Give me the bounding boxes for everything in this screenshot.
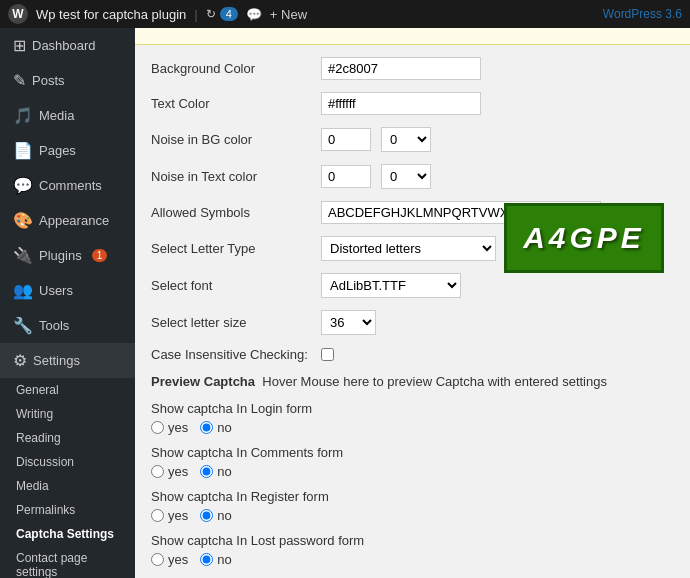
wp-logo-text: W [12,7,23,21]
update-counter[interactable]: ↻ 4 [206,7,238,21]
bg-color-label: Background Color [151,61,311,76]
dashboard-icon: ⊞ [13,36,26,55]
sidebar-item-users[interactable]: 👥 Users [0,273,135,308]
sidebar-item-posts[interactable]: ✎ Posts [0,63,135,98]
wp-logo[interactable]: W [8,4,28,24]
comments-yes-label[interactable]: yes [151,464,188,479]
register-no-radio[interactable] [200,509,213,522]
wp-version: WordPress 3.6 [603,7,682,21]
sidebar-item-dashboard[interactable]: ⊞ Dashboard [0,28,135,63]
lost-password-captcha-section: Show captcha In Lost password form yes n… [151,533,674,567]
noise-text-label: Noise in Text color [151,169,311,184]
noise-text-input[interactable] [321,165,371,188]
users-icon: 👥 [13,281,33,300]
posts-icon: ✎ [13,71,26,90]
sidebar-label-plugins: Plugins [39,248,82,263]
sidebar-item-pages[interactable]: 📄 Pages [0,133,135,168]
sidebar-sub-contact[interactable]: Contact page settings [0,546,135,578]
update-icon: ↻ [206,7,216,21]
register-radio-group: yes no [151,508,674,523]
noise-bg-select[interactable]: 012 [381,127,431,152]
case-label: Case Insensitive Checking: [151,347,311,362]
sidebar-label-settings: Settings [33,353,80,368]
case-checkbox[interactable] [321,348,334,361]
captcha-preview-box: A4GPE [504,203,664,273]
comments-radio-group: yes no [151,464,674,479]
allowed-symbols-label: Allowed Symbols [151,205,311,220]
preview-label: Preview Captcha Hover Mouse here to prev… [151,374,607,389]
noise-bg-input[interactable] [321,128,371,151]
content-body: Background Color Text Color Noise in BG … [135,45,690,578]
sidebar-sub-discussion[interactable]: Discussion [0,450,135,474]
sidebar-label-pages: Pages [39,143,76,158]
comments-no-label[interactable]: no [200,464,231,479]
lost-password-no-radio[interactable] [200,553,213,566]
sidebar-label-comments: Comments [39,178,102,193]
text-color-input[interactable] [321,92,481,115]
sidebar-sub-contact-label: Contact page settings [16,551,87,578]
lost-password-radio-group: yes no [151,552,674,567]
sidebar-sub-general[interactable]: General [0,378,135,402]
main-content: Background Color Text Color Noise in BG … [135,28,690,578]
letter-type-select[interactable]: Normal letters Distorted letters Wave le… [321,236,496,261]
sidebar-item-media[interactable]: 🎵 Media [0,98,135,133]
bg-color-input[interactable] [321,57,481,80]
sidebar-label-users: Users [39,283,73,298]
lost-password-yes-label[interactable]: yes [151,552,188,567]
sidebar-sub-media[interactable]: Media [0,474,135,498]
sidebar-item-comments[interactable]: 💬 Comments [0,168,135,203]
sidebar-label-posts: Posts [32,73,65,88]
login-yes-radio[interactable] [151,421,164,434]
size-select[interactable]: 242832 3640 [321,310,376,335]
comments-captcha-label: Show captcha In Comments form [151,445,674,460]
sidebar-label-appearance: Appearance [39,213,109,228]
register-yes-radio[interactable] [151,509,164,522]
login-no-radio[interactable] [200,421,213,434]
font-row: Select font AdLibBT.TTF Arial.TTF A4GPE [151,273,674,298]
bg-color-row: Background Color [151,57,674,80]
noise-text-row: Noise in Text color 012 [151,164,674,189]
sidebar-sub-permalinks[interactable]: Permalinks [0,498,135,522]
sidebar-sub-writing[interactable]: Writing [0,402,135,426]
lost-password-no-label[interactable]: no [200,552,231,567]
login-radio-group: yes no [151,420,674,435]
size-row: Select letter size 242832 3640 [151,310,674,335]
font-select[interactable]: AdLibBT.TTF Arial.TTF [321,273,461,298]
sidebar-label-tools: Tools [39,318,69,333]
pages-icon: 📄 [13,141,33,160]
plugins-badge: 1 [92,249,108,262]
sidebar-sub-reading[interactable]: Reading [0,426,135,450]
register-captcha-label: Show captcha In Register form [151,489,674,504]
captcha-preview-text: A4GPE [523,221,645,255]
text-color-row: Text Color [151,92,674,115]
login-captcha-label: Show captcha In Login form [151,401,674,416]
text-color-label: Text Color [151,96,311,111]
size-label: Select letter size [151,315,311,330]
comment-icon[interactable]: 💬 [246,7,262,22]
register-no-label[interactable]: no [200,508,231,523]
comments-no-radio[interactable] [200,465,213,478]
lost-password-yes-radio[interactable] [151,553,164,566]
register-captcha-section: Show captcha In Register form yes no [151,489,674,523]
sidebar-sub-captcha-label: Captcha Settings [16,527,114,541]
site-name[interactable]: Wp test for captcha plugin [36,7,186,22]
sidebar-sub-captcha[interactable]: Captcha Settings [0,522,135,546]
case-row: Case Insensitive Checking: [151,347,674,362]
sidebar-item-tools[interactable]: 🔧 Tools [0,308,135,343]
preview-row: Preview Captcha Hover Mouse here to prev… [151,374,674,389]
settings-icon: ⚙ [13,351,27,370]
login-yes-label[interactable]: yes [151,420,188,435]
login-captcha-section: Show captcha In Login form yes no [151,401,674,435]
comments-yes-radio[interactable] [151,465,164,478]
sidebar-item-plugins[interactable]: 🔌 Plugins 1 [0,238,135,273]
login-no-label[interactable]: no [200,420,231,435]
sidebar-item-appearance[interactable]: 🎨 Appearance [0,203,135,238]
sidebar-sub-discussion-label: Discussion [16,455,74,469]
new-button[interactable]: + New [270,7,307,22]
noise-text-select[interactable]: 012 [381,164,431,189]
sidebar-item-settings[interactable]: ⚙ Settings [0,343,135,378]
comments-icon: 💬 [13,176,33,195]
comments-captcha-section: Show captcha In Comments form yes no [151,445,674,479]
sidebar-sub-permalinks-label: Permalinks [16,503,75,517]
register-yes-label[interactable]: yes [151,508,188,523]
